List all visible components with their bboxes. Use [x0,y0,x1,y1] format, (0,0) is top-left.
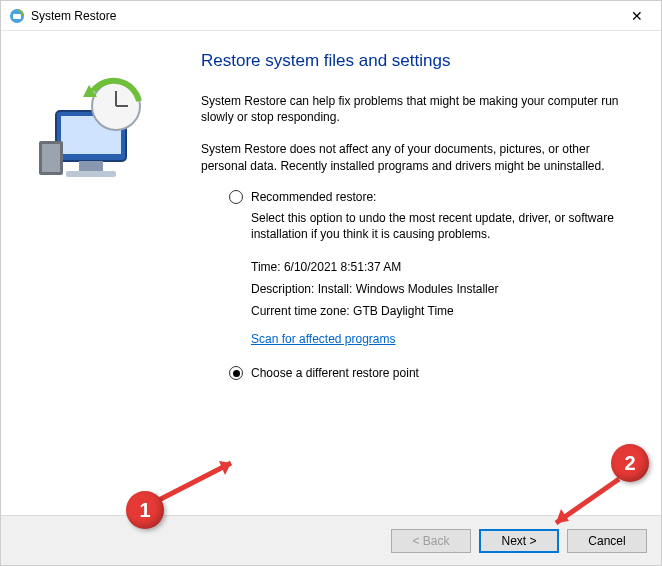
titlebar: System Restore ✕ [1,1,661,31]
intro-text-1: System Restore can help fix problems tha… [201,93,631,125]
radio-icon [229,366,243,380]
system-restore-icon [9,8,25,24]
main-panel: Restore system files and settings System… [191,51,631,505]
window-title: System Restore [31,9,614,23]
svg-rect-1 [13,14,21,19]
detail-description: Description: Install: Windows Modules In… [251,282,631,296]
radio-recommended-label: Recommended restore: [251,190,376,204]
back-button: < Back [391,529,471,553]
radio-recommended[interactable]: Recommended restore: [229,190,631,204]
svg-rect-4 [79,161,103,171]
content-area: Restore system files and settings System… [1,31,661,515]
next-button[interactable]: Next > [479,529,559,553]
recommended-details: Time: 6/10/2021 8:51:37 AM Description: … [251,260,631,318]
intro-text-2: System Restore does not affect any of yo… [201,141,631,173]
scan-affected-link[interactable]: Scan for affected programs [251,332,396,346]
option-recommended: Recommended restore: Select this option … [229,190,631,346]
detail-timezone: Current time zone: GTB Daylight Time [251,304,631,318]
restore-illustration-icon [31,71,161,201]
radio-different-label: Choose a different restore point [251,366,419,380]
detail-time: Time: 6/10/2021 8:51:37 AM [251,260,631,274]
radio-different[interactable]: Choose a different restore point [229,366,631,380]
annotation-badge-1: 1 [126,491,164,529]
illustration [31,51,191,505]
annotation-badge-2: 2 [611,444,649,482]
svg-rect-5 [66,171,116,177]
radio-icon [229,190,243,204]
cancel-button[interactable]: Cancel [567,529,647,553]
recommended-desc: Select this option to undo the most rece… [251,210,631,242]
close-button[interactable]: ✕ [614,2,659,30]
svg-rect-11 [42,144,60,172]
button-bar: < Back Next > Cancel [1,515,661,565]
option-different: Choose a different restore point [229,366,631,380]
page-heading: Restore system files and settings [201,51,631,71]
